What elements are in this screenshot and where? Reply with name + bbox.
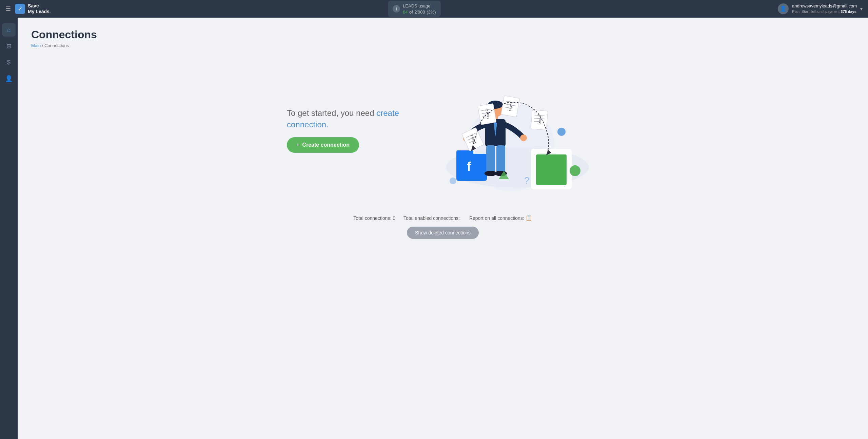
leads-usage-box[interactable]: i LEADS usage: 64 of 2'000 (3%) <box>388 1 441 17</box>
report-stat: Report on all connections: 📋 <box>469 215 532 221</box>
svg-rect-2 <box>456 154 487 181</box>
user-avatar-icon: 👤 <box>778 3 789 14</box>
logo-text: Save My Leads. <box>28 3 51 15</box>
breadcrumb: Main / Connections <box>31 43 854 48</box>
nav-center: i LEADS usage: 64 of 2'000 (3%) <box>388 1 441 17</box>
svg-rect-9 <box>536 154 567 185</box>
sidebar-item-home[interactable]: ⌂ <box>2 23 16 37</box>
report-label: Report on all connections: <box>469 215 524 221</box>
report-icon[interactable]: 📋 <box>526 215 532 221</box>
create-connection-button[interactable]: + Create connection <box>287 137 359 153</box>
total-connections-value: 0 <box>393 215 395 221</box>
logo[interactable]: ✓ Save My Leads. <box>15 3 51 15</box>
total-connections-label: Total connections: <box>353 215 391 221</box>
billing-icon: $ <box>7 59 11 66</box>
sidebar-item-connections[interactable]: ⊞ <box>2 39 16 53</box>
logo-check-icon: ✓ <box>15 4 25 14</box>
breadcrumb-separator: / <box>42 43 44 48</box>
top-navigation: ☰ ✓ Save My Leads. i LEADS usage: 64 of … <box>0 0 868 18</box>
svg-text:?: ? <box>524 175 530 186</box>
sidebar: ⌂ ⊞ $ 👤 <box>0 18 18 439</box>
page-title: Connections <box>31 28 854 41</box>
svg-point-44 <box>570 165 580 176</box>
cta-text: To get started, you need create connecti… <box>287 107 416 130</box>
main-layout: ⌂ ⊞ $ 👤 Connections Main / Connections T… <box>0 18 868 439</box>
breadcrumb-main-link[interactable]: Main <box>31 43 41 48</box>
svg-point-16 <box>520 134 527 141</box>
chevron-down-icon: ▾ <box>860 6 863 12</box>
svg-rect-18 <box>496 145 505 172</box>
show-deleted-button[interactable]: Show deleted connections <box>407 227 478 239</box>
nav-right: 👤 andrewsavemyleads@gmail.com Plan |Star… <box>778 3 863 15</box>
stats-row: Total connections: 0 Total enabled conne… <box>31 215 854 221</box>
connections-icon: ⊞ <box>6 42 12 50</box>
user-email: andrewsavemyleads@gmail.com <box>792 3 857 9</box>
user-plan: Plan |Start| left until payment 375 days <box>792 9 857 14</box>
user-info: andrewsavemyleads@gmail.com Plan |Start|… <box>792 3 857 15</box>
svg-rect-17 <box>486 145 495 172</box>
svg-text:f: f <box>467 160 471 173</box>
main-content: Connections Main / Connections To get st… <box>18 18 868 439</box>
center-section: To get started, you need create connecti… <box>31 59 854 208</box>
user-menu[interactable]: 👤 andrewsavemyleads@gmail.com Plan |Star… <box>778 3 863 15</box>
nav-left: ☰ ✓ Save My Leads. <box>5 3 51 15</box>
breadcrumb-current: Connections <box>44 43 69 48</box>
total-connections-stat: Total connections: 0 <box>353 215 395 221</box>
leads-usage-text: LEADS usage: 64 of 2'000 (3%) <box>403 3 436 15</box>
home-icon: ⌂ <box>7 26 11 34</box>
svg-point-43 <box>557 128 566 136</box>
stats-section: Total connections: 0 Total enabled conne… <box>31 208 854 244</box>
total-enabled-stat: Total enabled connections: <box>403 215 461 221</box>
cta-area: To get started, you need create connecti… <box>287 107 416 152</box>
hero-illustration: f <box>436 66 599 194</box>
svg-rect-3 <box>456 150 473 156</box>
plus-icon: + <box>296 142 299 148</box>
sidebar-item-billing[interactable]: $ <box>2 56 16 69</box>
svg-point-46 <box>450 177 456 184</box>
info-icon: i <box>393 5 400 13</box>
create-button-label: Create connection <box>302 142 350 148</box>
total-enabled-label: Total enabled connections: <box>403 215 460 221</box>
profile-icon: 👤 <box>5 75 13 82</box>
sidebar-item-profile[interactable]: 👤 <box>2 72 16 85</box>
hamburger-icon[interactable]: ☰ <box>5 5 11 13</box>
